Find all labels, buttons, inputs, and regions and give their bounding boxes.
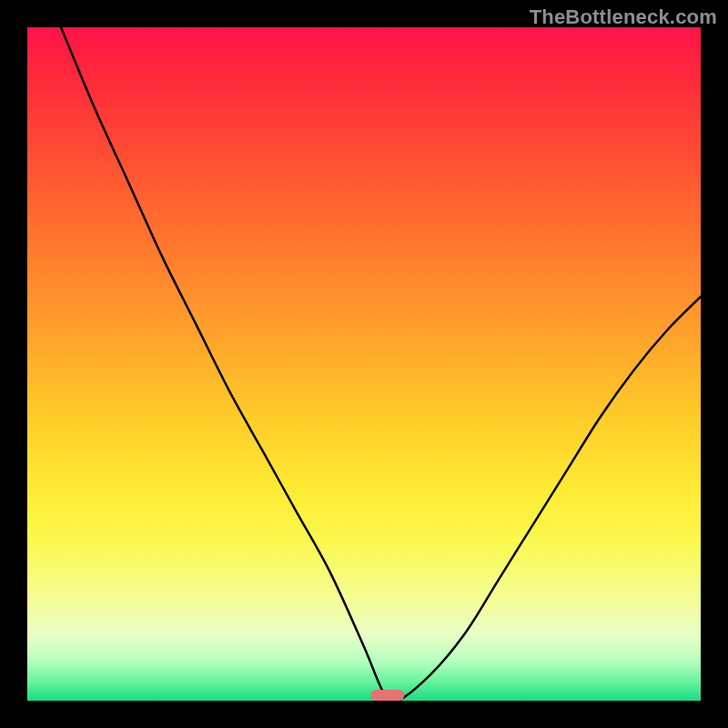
watermark-text: TheBottleneck.com (530, 5, 717, 29)
optimal-marker (370, 690, 404, 701)
outer-frame: TheBottleneck.com (0, 0, 728, 728)
plot-area (27, 27, 701, 701)
bottleneck-curve-line (61, 27, 701, 701)
chart-svg (27, 27, 701, 701)
